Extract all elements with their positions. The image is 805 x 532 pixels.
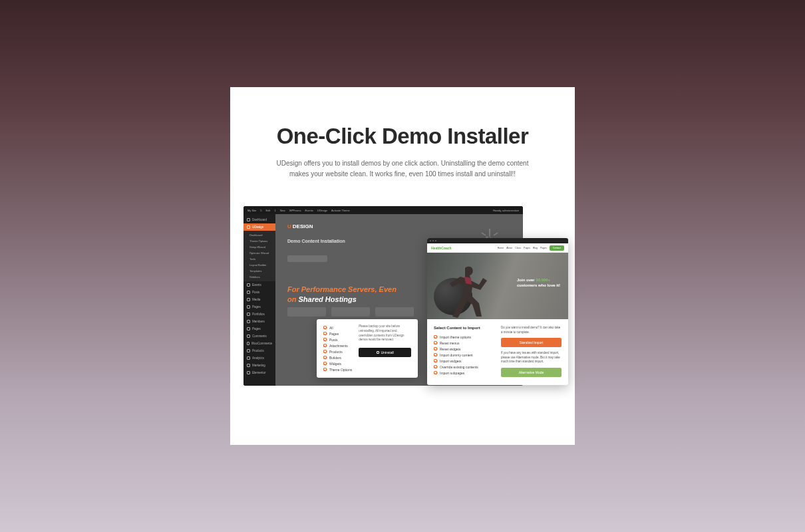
sidebar-sub-item[interactable]: Templates	[243, 268, 275, 274]
topbar-item: Events	[305, 209, 313, 212]
checkbox-icon	[434, 365, 437, 368]
pages-icon	[247, 305, 250, 309]
check-item[interactable]: All	[323, 325, 352, 331]
standard-import-button[interactable]: Standard Import	[501, 338, 562, 347]
pages-icon	[247, 327, 250, 331]
sidebar-item[interactable]: Marketing	[243, 362, 275, 369]
sidebar-item[interactable]: Media	[243, 296, 275, 303]
check-item[interactable]: Import subpages	[434, 370, 494, 376]
sidebar-sub-item[interactable]: Sidebars	[243, 274, 275, 280]
sidebar-sub-item[interactable]: Theme Options	[243, 238, 275, 244]
topbar-item: My Site	[247, 209, 256, 212]
uninstall-checklist: All Pages Posts Attachments Products Bui…	[323, 325, 352, 372]
sidebar-item[interactable]: Products	[243, 347, 275, 354]
overlay-headline: For Performance Servers, Even on Shared …	[287, 285, 397, 305]
nav-link[interactable]: Class	[515, 247, 521, 249]
nav-link[interactable]: Home	[498, 247, 504, 249]
sidebar-item-udesign[interactable]: UDesign	[243, 223, 275, 231]
elementor-icon	[247, 371, 250, 374]
check-item[interactable]: Pages	[323, 331, 352, 336]
demo-card-row	[287, 307, 414, 317]
import-panel: Select Content to Import Import theme op…	[427, 319, 568, 385]
check-item[interactable]: Theme Options	[323, 366, 352, 372]
topbar-item: 5	[260, 209, 261, 212]
topbar-user: Howdy, admincreative	[493, 209, 519, 212]
checkbox-icon	[323, 344, 327, 347]
products-icon	[247, 349, 250, 352]
sidebar-sub-item[interactable]: Setup Wizard	[243, 244, 275, 250]
nav-link[interactable]: Pages	[524, 247, 530, 249]
check-item[interactable]: Import theme options	[434, 334, 494, 340]
page-subtitle: UDesign offers you to install demos by o…	[243, 158, 562, 180]
contact-button[interactable]: Contact	[550, 245, 564, 251]
site-header: HealthCoach Home About Class Pages Blog …	[427, 243, 568, 253]
checkbox-icon	[323, 362, 327, 365]
demo-select[interactable]	[287, 255, 327, 262]
uninstall-button[interactable]: Uninstall	[359, 348, 411, 357]
nav-link[interactable]: Blog	[533, 247, 538, 249]
nav-link[interactable]: About	[506, 247, 512, 249]
import-checklist: Import theme options Reset menus Reset w…	[434, 334, 494, 376]
check-item[interactable]: Widgets	[323, 360, 352, 366]
topbar-item: WPForms	[289, 209, 301, 212]
import-note-1: Do you want to install demo? It can also…	[501, 326, 562, 334]
sidebar-submenu: Dashboard Theme Options Setup Wizard Opt…	[243, 231, 275, 281]
import-title: Select Content to Import	[434, 326, 494, 330]
check-item[interactable]: Override existing contents	[434, 364, 494, 370]
sidebar-sub-item[interactable]: Optimize Wizard	[243, 250, 275, 256]
preview-titlebar	[427, 238, 568, 243]
preview-window: HealthCoach Home About Class Pages Blog …	[427, 238, 568, 385]
woocommerce-icon	[247, 342, 249, 345]
check-item[interactable]: Import dummy content	[434, 352, 494, 358]
sidebar-item[interactable]: Comments	[243, 332, 275, 340]
check-item[interactable]: Builders	[323, 354, 352, 360]
dashboard-icon	[247, 218, 250, 221]
check-item[interactable]: Posts	[323, 336, 352, 342]
sidebar-sub-item[interactable]: Tools	[243, 256, 275, 262]
topbar-item: 1	[274, 209, 275, 212]
mockup-area: My Site 5 Edit 1 New WPForms Events UDes…	[243, 206, 562, 432]
nav-link[interactable]: Pages	[540, 247, 547, 249]
sidebar-item[interactable]: Members	[243, 318, 275, 325]
check-item[interactable]: Reset menus	[434, 340, 494, 346]
checkbox-icon	[434, 353, 437, 356]
check-item[interactable]: Attachments	[323, 342, 352, 348]
sidebar-item-dashboard[interactable]: Dashboard	[243, 216, 275, 223]
comments-icon	[247, 334, 250, 338]
promo-card: One-Click Demo Installer UDesign offers …	[230, 87, 575, 445]
check-item[interactable]: Products	[323, 348, 352, 354]
sidebar-item[interactable]: Portfolios	[243, 311, 275, 318]
analytics-icon	[247, 356, 250, 360]
topbar-item: UDesign	[317, 209, 327, 212]
topbar-item: Edit	[266, 209, 271, 212]
sidebar-item[interactable]: Pages	[243, 303, 275, 311]
sidebar-sub-item[interactable]: Dashboard	[243, 232, 275, 238]
demo-card[interactable]	[287, 307, 326, 317]
checkbox-icon	[323, 338, 327, 341]
checkbox-icon	[323, 350, 327, 353]
sidebar-item[interactable]: Elementor	[243, 369, 275, 376]
checkbox-icon	[323, 332, 327, 335]
demo-card[interactable]	[375, 307, 414, 317]
topbar-item: New	[280, 209, 285, 212]
check-item[interactable]: Import widgets	[434, 358, 494, 364]
sidebar-item[interactable]: WooCommerce	[243, 340, 275, 347]
sidebar-item[interactable]: Posts	[243, 289, 275, 296]
uninstall-popup: All Pages Posts Attachments Products Bui…	[317, 319, 418, 378]
check-item[interactable]: Reset widgets	[434, 346, 494, 352]
sidebar-item[interactable]: Events	[243, 281, 275, 289]
events-icon	[247, 283, 250, 287]
hero-figure	[442, 258, 508, 319]
uninstall-note: Please backup your site before uninstall…	[359, 325, 411, 342]
site-nav: Home About Class Pages Blog Pages	[498, 247, 547, 249]
checkbox-icon	[434, 371, 437, 374]
sidebar-sub-item[interactable]: Layout Builder	[243, 262, 275, 268]
demo-card[interactable]	[331, 307, 370, 317]
checkbox-icon	[434, 341, 437, 344]
sidebar-item[interactable]: Pages	[243, 325, 275, 332]
import-note-2: If you have any issues with standard imp…	[501, 351, 562, 364]
alternative-mode-button[interactable]: Alternative Mode	[501, 368, 562, 377]
checkbox-icon	[323, 326, 327, 329]
page-title: One-Click Demo Installer	[243, 124, 562, 149]
sidebar-item[interactable]: Analytics	[243, 354, 275, 362]
